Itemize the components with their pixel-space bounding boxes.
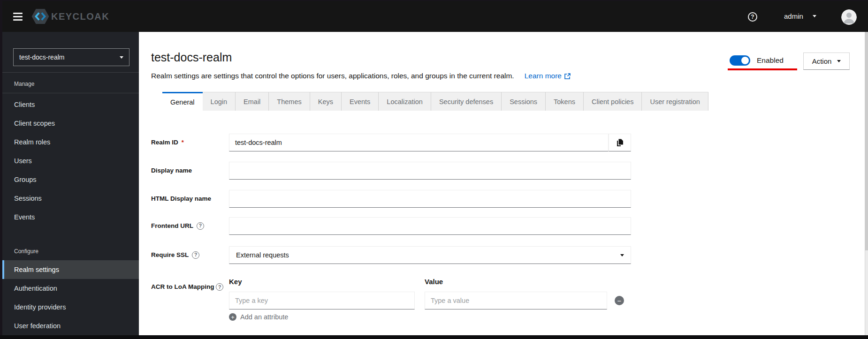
acr-key-header: Key — [229, 278, 242, 286]
require-ssl-help-icon[interactable]: ? — [192, 251, 199, 259]
sidebar-item-authentication[interactable]: Authentication — [2, 279, 139, 298]
acr-value-header: Value — [425, 278, 443, 286]
chevron-down-icon — [620, 254, 624, 256]
username: admin — [784, 12, 803, 20]
minus-icon: − — [617, 297, 622, 304]
tab-client-policies[interactable]: Client policies — [584, 92, 642, 111]
toggle-label: Enabled — [757, 56, 784, 65]
copy-icon — [617, 139, 624, 147]
realm-enabled-toggle[interactable]: Enabled — [730, 55, 784, 66]
tab-events[interactable]: Events — [342, 92, 379, 111]
main-content: test-docs-realm Realm settings are setti… — [139, 32, 865, 335]
chevron-down-icon — [120, 56, 123, 59]
nav-group-manage-title: Manage — [2, 72, 139, 93]
tab-security-defenses[interactable]: Security defenses — [431, 92, 502, 111]
sidebar-item-sessions[interactable]: Sessions — [2, 189, 139, 208]
copy-button[interactable] — [609, 134, 631, 151]
keycloak-logo: KEYCLOAK — [31, 8, 109, 24]
display-name-row — [229, 162, 631, 180]
sidebar-item-user-federation[interactable]: User federation — [2, 316, 139, 335]
realm-settings-tabs: General Login Email Themes Keys Events L… — [162, 92, 708, 111]
keycloak-hexagon-icon — [31, 8, 49, 24]
annotation-red-underline — [728, 68, 797, 70]
sidebar-item-client-scopes[interactable]: Client scopes — [2, 114, 139, 133]
scrollbar-thumb[interactable] — [865, 32, 868, 250]
learn-more-link[interactable]: Learn more — [525, 71, 571, 81]
external-link-icon — [564, 73, 571, 79]
side-nav: Manage Clients Client scopes Realm roles… — [2, 72, 139, 335]
acr-loa-label: ACR to LoA Mapping ? — [151, 279, 226, 291]
require-ssl-label: Require SSL ? — [151, 251, 226, 259]
tab-user-registration[interactable]: User registration — [642, 92, 708, 111]
tab-sessions[interactable]: Sessions — [502, 92, 546, 111]
acr-value-input[interactable] — [425, 292, 607, 309]
realm-selector[interactable]: test-docs-realm — [13, 48, 129, 66]
html-display-name-input[interactable] — [229, 190, 631, 208]
sidebar-item-events[interactable]: Events — [2, 208, 139, 226]
sidebar-item-groups[interactable]: Groups — [2, 170, 139, 189]
display-name-input[interactable] — [229, 162, 631, 180]
remove-attribute-button[interactable]: − — [615, 296, 624, 305]
require-ssl-value: External requests — [236, 251, 289, 259]
frontend-url-label: Frontend URL ? — [151, 222, 226, 230]
tab-tokens[interactable]: Tokens — [546, 92, 584, 111]
brand-wordmark: KEYCLOAK — [51, 11, 109, 22]
avatar-icon — [841, 9, 857, 25]
vertical-scrollbar[interactable] — [865, 32, 868, 335]
tab-localization[interactable]: Localization — [379, 92, 431, 111]
masthead: KEYCLOAK ? admin — [2, 1, 868, 32]
sidebar-item-users[interactable]: Users — [2, 151, 139, 170]
require-ssl-select[interactable]: External requests — [229, 246, 631, 264]
sidebar-item-identity-providers[interactable]: Identity providers — [2, 298, 139, 316]
action-dropdown-button[interactable]: Action — [803, 53, 850, 70]
html-display-name-label: HTML Display name — [151, 195, 226, 203]
tab-themes[interactable]: Themes — [269, 92, 310, 111]
sidebar-item-realm-settings[interactable]: Realm settings — [2, 260, 139, 279]
frontend-url-row — [229, 217, 631, 235]
frontend-url-help-icon[interactable]: ? — [197, 222, 204, 230]
tab-email[interactable]: Email — [236, 92, 269, 111]
user-menu[interactable]: admin — [784, 12, 816, 20]
tab-general[interactable]: General — [162, 92, 203, 111]
tab-login[interactable]: Login — [203, 92, 236, 111]
add-attribute-button[interactable]: + Add an attribute — [229, 313, 288, 321]
html-display-name-row — [229, 190, 631, 208]
window-bottom-edge — [0, 335, 868, 339]
chevron-down-icon — [813, 15, 816, 17]
display-name-label: Display name — [151, 166, 226, 174]
sidebar-item-realm-roles[interactable]: Realm roles — [2, 133, 139, 151]
plus-icon: + — [229, 313, 236, 321]
realm-id-input[interactable] — [229, 134, 609, 151]
acr-loa-help-icon[interactable]: ? — [216, 283, 223, 291]
toggle-switch[interactable] — [730, 55, 750, 66]
required-asterisk: * — [182, 138, 184, 146]
realm-selector-value: test-docs-realm — [19, 53, 64, 61]
page-title: test-docs-realm — [151, 51, 232, 64]
chevron-down-icon — [837, 60, 841, 62]
keycloak-admin-console: KEYCLOAK ? admin test-docs-realm Manage … — [0, 0, 868, 339]
help-icon[interactable]: ? — [748, 12, 757, 22]
page-description: Realm settings are settings that control… — [151, 71, 571, 81]
realm-id-row — [229, 134, 631, 151]
avatar[interactable] — [841, 9, 857, 25]
realm-id-label: Realm ID * — [151, 138, 226, 146]
acr-key-input[interactable] — [229, 292, 415, 309]
nav-toggle-button[interactable] — [13, 11, 24, 22]
frontend-url-input[interactable] — [229, 217, 631, 235]
sidebar-item-clients[interactable]: Clients — [2, 95, 139, 114]
sidebar: test-docs-realm Manage Clients Client sc… — [2, 32, 139, 335]
tab-keys[interactable]: Keys — [310, 92, 342, 111]
nav-group-configure-title: Configure — [2, 240, 139, 260]
